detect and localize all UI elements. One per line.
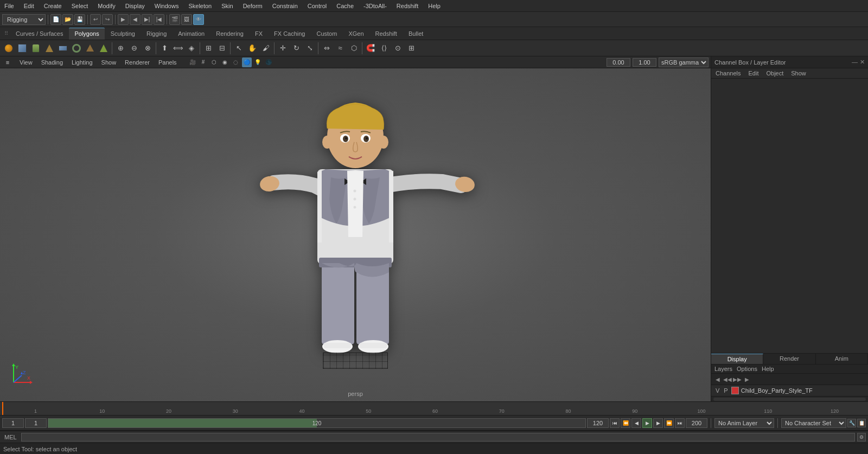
menu-redshift[interactable]: Redshift xyxy=(395,3,419,9)
layer-scrollbar[interactable] xyxy=(711,396,868,401)
tab-xgen[interactable]: XGen xyxy=(343,28,369,40)
cone-btn[interactable] xyxy=(43,42,56,55)
menu-help[interactable]: Help xyxy=(427,3,442,9)
tab-redshift[interactable]: Redshift xyxy=(370,28,403,40)
view-menu-panels[interactable]: Panels xyxy=(156,59,179,66)
viewport-btn[interactable]: 👁 xyxy=(193,14,204,25)
menu-constrain[interactable]: Constrain xyxy=(271,3,299,9)
layer-prev2-btn[interactable]: ◀◀ xyxy=(723,375,732,383)
save-scene-btn[interactable]: 💾 xyxy=(74,14,85,25)
bridge-btn[interactable]: ⟺ xyxy=(171,42,184,55)
offset-btn[interactable]: ⊟ xyxy=(215,42,228,55)
channel-box-min-btn[interactable]: — xyxy=(852,59,858,66)
cb-channels-tab[interactable]: Channels xyxy=(713,69,743,77)
view-menu-renderer[interactable]: Renderer xyxy=(123,59,152,66)
sphere-btn[interactable] xyxy=(2,42,15,55)
menu-skeleton[interactable]: Skeleton xyxy=(187,3,213,9)
render-btn[interactable]: 🎬 xyxy=(169,14,180,25)
anim-layer-select[interactable]: No Anim Layer xyxy=(714,418,774,428)
menu-edit[interactable]: Edit xyxy=(23,3,35,9)
cb-show-tab[interactable]: Show xyxy=(789,69,808,77)
view-menu-lighting[interactable]: Lighting xyxy=(69,59,95,66)
tab-polygons[interactable]: Polygons xyxy=(69,28,104,40)
rotate-btn[interactable]: ↻ xyxy=(290,42,303,55)
go-start-btn[interactable]: ⏮ xyxy=(610,418,620,428)
texture-icon[interactable]: 🔵 xyxy=(242,57,252,67)
tab-rendering[interactable]: Rendering xyxy=(210,28,249,40)
layer-next-btn[interactable]: ▶ xyxy=(743,375,751,383)
menu-modify[interactable]: Modify xyxy=(97,3,116,9)
play-fwd-play-btn[interactable]: ▶ xyxy=(653,418,663,428)
deform-btn[interactable]: ⊙ xyxy=(391,42,404,55)
lights-icon[interactable]: 💡 xyxy=(253,57,263,67)
drt-anim-tab[interactable]: Anim xyxy=(816,354,868,364)
prev-frame-play-btn[interactable]: ◀ xyxy=(631,418,641,428)
xray-icon[interactable]: ◌ xyxy=(231,57,241,67)
retopo-btn[interactable]: ⬡ xyxy=(347,42,360,55)
view-menu-shading[interactable]: Shading xyxy=(39,59,65,66)
mode-select[interactable]: Rigging xyxy=(2,14,46,25)
smooth-shade-icon[interactable]: ◉ xyxy=(220,57,230,67)
prev-frame-btn[interactable]: |◀ xyxy=(154,14,164,25)
char-set-icon1[interactable]: 🔧 xyxy=(847,419,856,427)
menu-control[interactable]: Control xyxy=(307,3,328,9)
play-fwd-btn[interactable]: ▶ xyxy=(118,14,129,25)
mel-input[interactable] xyxy=(21,433,855,442)
layer-next2-btn[interactable]: ▶▶ xyxy=(733,375,742,383)
pyramid-btn[interactable] xyxy=(97,42,110,55)
tab-rigging[interactable]: Rigging xyxy=(141,28,172,40)
cb-object-tab[interactable]: Object xyxy=(764,69,786,77)
end-frame-field[interactable] xyxy=(686,418,707,428)
go-end-btn[interactable]: ⏭ xyxy=(675,418,685,428)
loopcut-btn[interactable]: ⊞ xyxy=(202,42,215,55)
range-start-field[interactable] xyxy=(25,418,47,428)
menu-file[interactable]: File xyxy=(3,3,15,9)
paint-btn[interactable]: 🖌 xyxy=(259,42,272,55)
separate-btn[interactable]: ⊖ xyxy=(127,42,141,55)
layers-tab[interactable]: Layers xyxy=(714,366,732,372)
timeline-ruler[interactable]: 1 10 20 30 40 50 60 70 80 90 100 110 120 xyxy=(0,402,868,415)
new-scene-btn[interactable]: 📄 xyxy=(50,14,61,25)
menu-3dto[interactable]: -3DtoAll- xyxy=(362,3,388,9)
tab-fx-caching[interactable]: FX Caching xyxy=(269,28,310,40)
boolean-btn[interactable]: ⊗ xyxy=(141,42,154,55)
drt-display-tab[interactable]: Display xyxy=(711,354,763,364)
range-end-field[interactable] xyxy=(587,418,609,428)
menu-cache[interactable]: Cache xyxy=(335,3,355,9)
move-btn[interactable]: ✛ xyxy=(276,42,289,55)
next-frame-btn[interactable]: ▶| xyxy=(142,14,152,25)
current-frame-field[interactable] xyxy=(2,418,24,428)
char-set-icon2[interactable]: 📋 xyxy=(857,419,866,427)
cb-edit-tab[interactable]: Edit xyxy=(746,69,761,77)
drt-render-tab[interactable]: Render xyxy=(763,354,815,364)
menu-create[interactable]: Create xyxy=(43,3,63,9)
viewport[interactable]: X Y Z persp xyxy=(0,68,711,401)
timeline-bar[interactable]: 120 xyxy=(48,418,586,428)
layer-prev-btn[interactable]: ◀ xyxy=(713,375,722,383)
channel-box-close-btn[interactable]: ✕ xyxy=(860,59,865,66)
menu-windows[interactable]: Windows xyxy=(154,3,180,9)
combine-btn[interactable]: ⊕ xyxy=(114,42,127,55)
camera-icon[interactable]: 🎥 xyxy=(188,57,197,67)
redo-btn[interactable]: ↪ xyxy=(102,14,113,25)
extrude-btn[interactable]: ⬆ xyxy=(158,42,171,55)
view-menu-view[interactable]: View xyxy=(17,59,35,66)
scale-btn[interactable]: ⤡ xyxy=(303,42,316,55)
undo-btn[interactable]: ↩ xyxy=(90,14,101,25)
lasso-btn[interactable]: ✋ xyxy=(246,42,259,55)
view-menu-show[interactable]: Show xyxy=(99,59,119,66)
layer-color-swatch[interactable] xyxy=(731,387,739,394)
cylinder-btn[interactable] xyxy=(29,42,42,55)
layer-v-toggle[interactable]: V xyxy=(714,387,720,394)
help-tab[interactable]: Help xyxy=(762,366,774,372)
char-set-select[interactable]: No Character Set xyxy=(781,418,846,428)
menu-display[interactable]: Display xyxy=(124,3,146,9)
tab-custom[interactable]: Custom xyxy=(311,28,343,40)
step-back-btn[interactable]: ⏪ xyxy=(621,418,630,428)
step-fwd-btn[interactable]: ⏩ xyxy=(664,418,674,428)
lattice-btn[interactable]: ⊞ xyxy=(405,42,418,55)
value-field-1[interactable] xyxy=(607,58,630,67)
options-tab[interactable]: Options xyxy=(737,366,757,372)
prism-btn[interactable] xyxy=(84,42,97,55)
panel-menu-btn[interactable]: ≡ xyxy=(2,57,13,68)
